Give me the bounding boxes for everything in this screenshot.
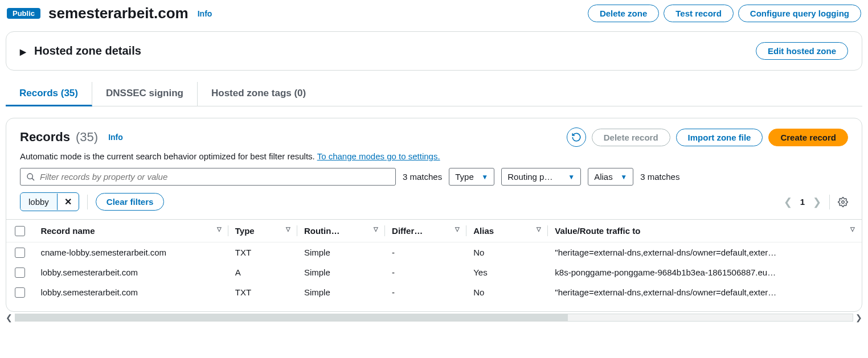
edit-hosted-zone-button[interactable]: Edit hosted zone [756, 42, 848, 60]
cell-routing: Simple [297, 282, 385, 302]
hosted-zone-details-panel: Hosted zone details Edit hosted zone [6, 31, 862, 71]
filter-token: lobby ✕ [20, 192, 79, 211]
page-number: 1 [800, 197, 805, 207]
cell-type: A [228, 262, 297, 282]
filter-input[interactable] [40, 172, 390, 182]
filter-token-text: lobby [21, 194, 58, 210]
settings-button[interactable] [838, 197, 848, 207]
matches-count-right: 3 matches [640, 172, 679, 182]
cell-type: TXT [228, 282, 297, 302]
col-record-name[interactable]: Record name▽ [34, 220, 228, 242]
cell-record-name: lobby.semesterarbeit.com [34, 262, 228, 282]
zone-name-title: semesterarbeit.com [48, 5, 189, 22]
table-row[interactable]: lobby.semesterarbeit.comASimple-Yesk8s-p… [6, 262, 862, 282]
cell-record-name: lobby.semesterarbeit.com [34, 282, 228, 302]
tabs: Records (35) DNSSEC signing Hosted zone … [6, 82, 862, 106]
sort-icon: ▽ [217, 226, 222, 232]
records-panel: Records (35) Info Delete record Import z… [6, 118, 862, 312]
import-zone-file-button[interactable]: Import zone file [676, 129, 763, 146]
filter-search-box[interactable] [20, 168, 396, 186]
pagination: ❮ 1 ❯ [784, 195, 848, 209]
divider [87, 195, 88, 209]
gear-icon [838, 197, 848, 207]
cell-routing: Simple [297, 242, 385, 263]
scroll-right-icon[interactable]: ❯ [855, 313, 862, 322]
tab-records[interactable]: Records (35) [6, 82, 92, 106]
cell-type: TXT [228, 242, 297, 263]
search-mode-subtext: Automatic mode is the current search beh… [6, 151, 862, 168]
routing-policy-dropdown[interactable]: Routing p…▼ [501, 168, 581, 186]
cell-value: "heritage=external-dns,external-dns/owne… [548, 242, 862, 263]
cell-alias: No [466, 242, 548, 263]
prev-page-button[interactable]: ❮ [784, 196, 792, 208]
table-row[interactable]: cname-lobby.semesterarbeit.comTXTSimple-… [6, 242, 862, 263]
public-badge: Public [7, 8, 40, 19]
horizontal-scrollbar[interactable]: ❮ ❯ [0, 312, 868, 323]
hosted-zone-details-title: Hosted zone details [34, 44, 141, 57]
cell-diff: - [385, 262, 466, 282]
col-alias[interactable]: Alias▽ [466, 220, 548, 242]
records-info-link[interactable]: Info [108, 133, 123, 142]
chevron-down-icon: ▼ [481, 173, 488, 181]
expand-caret-icon[interactable] [20, 44, 26, 57]
create-record-button[interactable]: Create record [768, 129, 848, 146]
chevron-down-icon: ▼ [620, 173, 627, 181]
cell-value: "heritage=external-dns,external-dns/owne… [548, 282, 862, 302]
row-checkbox[interactable] [15, 287, 25, 298]
tab-dnssec[interactable]: DNSSEC signing [92, 82, 198, 106]
sort-icon: ▽ [286, 226, 290, 232]
refresh-button[interactable] [567, 127, 586, 147]
cell-value: k8s-ponggame-ponggame-9684b1b3ea-1861506… [548, 262, 862, 282]
svg-point-2 [842, 200, 845, 203]
svg-point-0 [27, 174, 32, 179]
cell-routing: Simple [297, 262, 385, 282]
row-checkbox[interactable] [15, 248, 25, 258]
records-table: Record name▽ Type▽ Routin…▽ Differ…▽ Ali… [6, 219, 862, 302]
zone-info-link[interactable]: Info [198, 9, 212, 18]
sort-icon: ▽ [455, 226, 460, 232]
change-modes-link[interactable]: To change modes go to settings. [317, 151, 440, 161]
cell-diff: - [385, 282, 466, 302]
scroll-left-icon[interactable]: ❮ [6, 313, 13, 322]
records-title: Records [20, 130, 70, 145]
tab-hosted-zone-tags[interactable]: Hosted zone tags (0) [198, 82, 320, 106]
cell-diff: - [385, 242, 466, 263]
cell-alias: No [466, 282, 548, 302]
matches-count-left: 3 matches [403, 172, 442, 182]
chevron-down-icon: ▼ [568, 173, 575, 181]
col-differentiator[interactable]: Differ…▽ [385, 220, 466, 242]
search-icon [26, 172, 35, 182]
alias-dropdown[interactable]: Alias▼ [588, 168, 633, 186]
col-value[interactable]: Value/Route traffic to▽ [548, 220, 862, 242]
cell-record-name: cname-lobby.semesterarbeit.com [34, 242, 228, 263]
cell-alias: Yes [466, 262, 548, 282]
delete-zone-button[interactable]: Delete zone [588, 5, 659, 22]
table-row[interactable]: lobby.semesterarbeit.comTXTSimple-No"her… [6, 282, 862, 302]
col-type[interactable]: Type▽ [228, 220, 297, 242]
row-checkbox[interactable] [15, 268, 25, 278]
configure-query-logging-button[interactable]: Configure query logging [738, 5, 861, 22]
col-routing[interactable]: Routin…▽ [297, 220, 385, 242]
svg-line-1 [32, 178, 34, 180]
refresh-icon [571, 132, 582, 142]
sort-icon: ▽ [850, 226, 855, 232]
records-count: (35) [76, 130, 98, 145]
select-all-checkbox[interactable] [15, 226, 25, 236]
next-page-button[interactable]: ❯ [813, 196, 821, 208]
type-dropdown[interactable]: Type▼ [449, 168, 494, 186]
zone-header: Public semesterarbeit.com Info Delete zo… [0, 0, 868, 31]
clear-filters-button[interactable]: Clear filters [96, 193, 165, 211]
sort-icon: ▽ [537, 226, 541, 232]
delete-record-button: Delete record [592, 129, 670, 146]
filter-token-remove[interactable]: ✕ [58, 193, 79, 211]
sort-icon: ▽ [374, 226, 378, 232]
divider [829, 195, 830, 209]
test-record-button[interactable]: Test record [664, 5, 734, 22]
